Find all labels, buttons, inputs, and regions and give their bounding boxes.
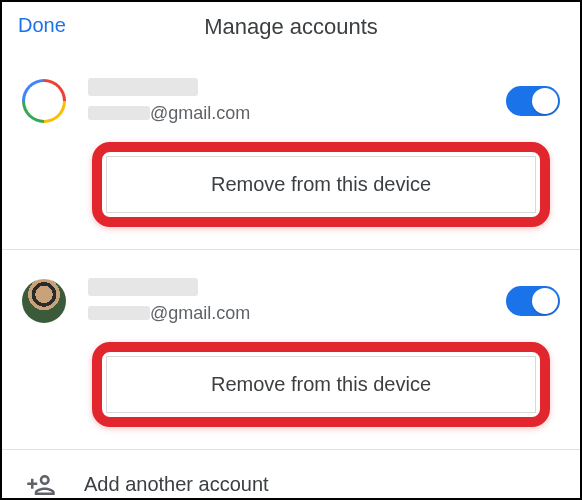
email-user-redacted bbox=[88, 106, 150, 120]
account-row: @gmail.com Remove from this device bbox=[2, 250, 580, 450]
remove-from-device-button[interactable]: Remove from this device bbox=[106, 156, 536, 213]
account-header: @gmail.com bbox=[22, 78, 560, 124]
header: Done Manage accounts bbox=[2, 2, 580, 50]
email-domain: @gmail.com bbox=[150, 103, 250, 123]
page-title: Manage accounts bbox=[18, 14, 564, 40]
add-another-account[interactable]: Add another account bbox=[2, 450, 580, 501]
account-toggle[interactable] bbox=[506, 286, 560, 316]
email-domain: @gmail.com bbox=[150, 303, 250, 323]
account-text: @gmail.com bbox=[88, 78, 484, 124]
account-row: @gmail.com Remove from this device bbox=[2, 50, 580, 250]
remove-wrap: Remove from this device bbox=[92, 142, 560, 227]
account-toggle[interactable] bbox=[506, 86, 560, 116]
avatar bbox=[22, 79, 66, 123]
person-add-icon bbox=[26, 470, 56, 500]
remove-wrap: Remove from this device bbox=[92, 342, 560, 427]
remove-from-device-button[interactable]: Remove from this device bbox=[106, 356, 536, 413]
account-text: @gmail.com bbox=[88, 278, 484, 324]
account-name-redacted bbox=[88, 278, 484, 300]
highlight-ring: Remove from this device bbox=[92, 142, 550, 227]
add-another-label: Add another account bbox=[84, 473, 269, 496]
done-button[interactable]: Done bbox=[18, 14, 66, 37]
avatar bbox=[22, 279, 66, 323]
account-header: @gmail.com bbox=[22, 278, 560, 324]
account-email: @gmail.com bbox=[88, 302, 484, 324]
email-user-redacted bbox=[88, 306, 150, 320]
highlight-ring: Remove from this device bbox=[92, 342, 550, 427]
account-name-redacted bbox=[88, 78, 484, 100]
account-email: @gmail.com bbox=[88, 102, 484, 124]
